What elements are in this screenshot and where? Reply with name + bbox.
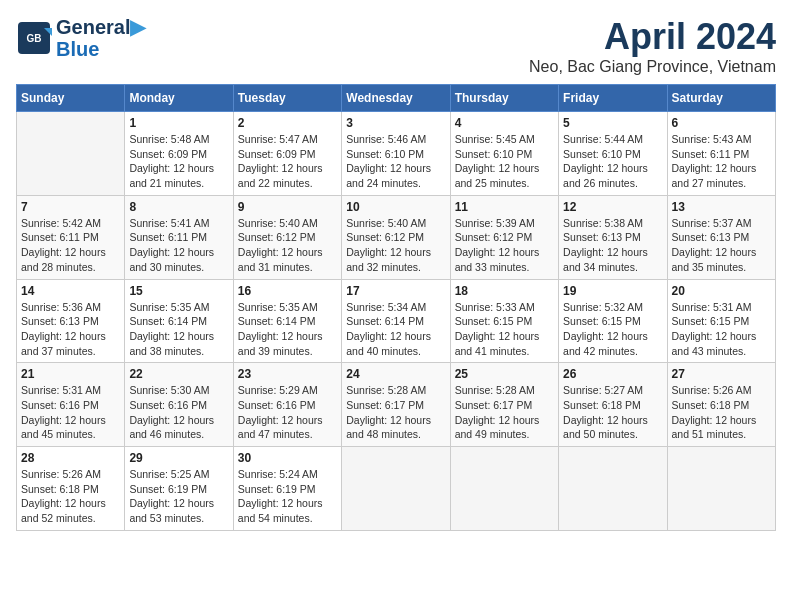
day-info: Sunrise: 5:43 AMSunset: 6:11 PMDaylight:…: [672, 132, 771, 191]
calendar-table: SundayMondayTuesdayWednesdayThursdayFrid…: [16, 84, 776, 531]
day-info: Sunrise: 5:28 AMSunset: 6:17 PMDaylight:…: [455, 383, 554, 442]
calendar-cell: 3Sunrise: 5:46 AMSunset: 6:10 PMDaylight…: [342, 112, 450, 196]
day-number: 19: [563, 284, 662, 298]
day-info: Sunrise: 5:33 AMSunset: 6:15 PMDaylight:…: [455, 300, 554, 359]
weekday-header-friday: Friday: [559, 85, 667, 112]
calendar-cell: 18Sunrise: 5:33 AMSunset: 6:15 PMDayligh…: [450, 279, 558, 363]
day-info: Sunrise: 5:31 AMSunset: 6:16 PMDaylight:…: [21, 383, 120, 442]
calendar-cell: 15Sunrise: 5:35 AMSunset: 6:14 PMDayligh…: [125, 279, 233, 363]
logo: GB General▶ Blue: [16, 16, 145, 60]
day-number: 4: [455, 116, 554, 130]
day-info: Sunrise: 5:41 AMSunset: 6:11 PMDaylight:…: [129, 216, 228, 275]
day-number: 5: [563, 116, 662, 130]
day-info: Sunrise: 5:40 AMSunset: 6:12 PMDaylight:…: [346, 216, 445, 275]
calendar-cell: 26Sunrise: 5:27 AMSunset: 6:18 PMDayligh…: [559, 363, 667, 447]
day-number: 29: [129, 451, 228, 465]
day-info: Sunrise: 5:35 AMSunset: 6:14 PMDaylight:…: [238, 300, 337, 359]
title-block: April 2024 Neo, Bac Giang Province, Viet…: [529, 16, 776, 76]
day-info: Sunrise: 5:27 AMSunset: 6:18 PMDaylight:…: [563, 383, 662, 442]
day-info: Sunrise: 5:44 AMSunset: 6:10 PMDaylight:…: [563, 132, 662, 191]
calendar-week-2: 7Sunrise: 5:42 AMSunset: 6:11 PMDaylight…: [17, 195, 776, 279]
day-number: 3: [346, 116, 445, 130]
calendar-cell: 14Sunrise: 5:36 AMSunset: 6:13 PMDayligh…: [17, 279, 125, 363]
calendar-cell: 23Sunrise: 5:29 AMSunset: 6:16 PMDayligh…: [233, 363, 341, 447]
day-info: Sunrise: 5:26 AMSunset: 6:18 PMDaylight:…: [672, 383, 771, 442]
day-info: Sunrise: 5:42 AMSunset: 6:11 PMDaylight:…: [21, 216, 120, 275]
weekday-header-sunday: Sunday: [17, 85, 125, 112]
day-info: Sunrise: 5:26 AMSunset: 6:18 PMDaylight:…: [21, 467, 120, 526]
svg-text:GB: GB: [27, 33, 42, 44]
day-info: Sunrise: 5:32 AMSunset: 6:15 PMDaylight:…: [563, 300, 662, 359]
calendar-cell: 19Sunrise: 5:32 AMSunset: 6:15 PMDayligh…: [559, 279, 667, 363]
day-info: Sunrise: 5:36 AMSunset: 6:13 PMDaylight:…: [21, 300, 120, 359]
calendar-cell: 21Sunrise: 5:31 AMSunset: 6:16 PMDayligh…: [17, 363, 125, 447]
calendar-cell: 13Sunrise: 5:37 AMSunset: 6:13 PMDayligh…: [667, 195, 775, 279]
calendar-cell: 11Sunrise: 5:39 AMSunset: 6:12 PMDayligh…: [450, 195, 558, 279]
day-number: 1: [129, 116, 228, 130]
weekday-header-tuesday: Tuesday: [233, 85, 341, 112]
calendar-cell: 6Sunrise: 5:43 AMSunset: 6:11 PMDaylight…: [667, 112, 775, 196]
logo-icon: GB: [16, 20, 52, 56]
day-number: 12: [563, 200, 662, 214]
day-number: 15: [129, 284, 228, 298]
day-number: 17: [346, 284, 445, 298]
day-number: 22: [129, 367, 228, 381]
calendar-cell: [17, 112, 125, 196]
calendar-cell: [450, 447, 558, 531]
calendar-week-4: 21Sunrise: 5:31 AMSunset: 6:16 PMDayligh…: [17, 363, 776, 447]
calendar-cell: 20Sunrise: 5:31 AMSunset: 6:15 PMDayligh…: [667, 279, 775, 363]
day-info: Sunrise: 5:24 AMSunset: 6:19 PMDaylight:…: [238, 467, 337, 526]
day-number: 20: [672, 284, 771, 298]
day-number: 11: [455, 200, 554, 214]
calendar-cell: 1Sunrise: 5:48 AMSunset: 6:09 PMDaylight…: [125, 112, 233, 196]
calendar-cell: 9Sunrise: 5:40 AMSunset: 6:12 PMDaylight…: [233, 195, 341, 279]
day-number: 9: [238, 200, 337, 214]
day-info: Sunrise: 5:30 AMSunset: 6:16 PMDaylight:…: [129, 383, 228, 442]
calendar-cell: 2Sunrise: 5:47 AMSunset: 6:09 PMDaylight…: [233, 112, 341, 196]
calendar-week-3: 14Sunrise: 5:36 AMSunset: 6:13 PMDayligh…: [17, 279, 776, 363]
calendar-cell: 12Sunrise: 5:38 AMSunset: 6:13 PMDayligh…: [559, 195, 667, 279]
day-info: Sunrise: 5:48 AMSunset: 6:09 PMDaylight:…: [129, 132, 228, 191]
location-title: Neo, Bac Giang Province, Vietnam: [529, 58, 776, 76]
day-number: 6: [672, 116, 771, 130]
calendar-cell: 22Sunrise: 5:30 AMSunset: 6:16 PMDayligh…: [125, 363, 233, 447]
weekday-header-monday: Monday: [125, 85, 233, 112]
day-info: Sunrise: 5:40 AMSunset: 6:12 PMDaylight:…: [238, 216, 337, 275]
day-number: 23: [238, 367, 337, 381]
day-info: Sunrise: 5:29 AMSunset: 6:16 PMDaylight:…: [238, 383, 337, 442]
calendar-cell: 30Sunrise: 5:24 AMSunset: 6:19 PMDayligh…: [233, 447, 341, 531]
day-number: 18: [455, 284, 554, 298]
day-number: 2: [238, 116, 337, 130]
calendar-cell: 16Sunrise: 5:35 AMSunset: 6:14 PMDayligh…: [233, 279, 341, 363]
month-title: April 2024: [529, 16, 776, 58]
day-info: Sunrise: 5:34 AMSunset: 6:14 PMDaylight:…: [346, 300, 445, 359]
day-number: 16: [238, 284, 337, 298]
day-number: 10: [346, 200, 445, 214]
day-number: 27: [672, 367, 771, 381]
day-info: Sunrise: 5:46 AMSunset: 6:10 PMDaylight:…: [346, 132, 445, 191]
day-info: Sunrise: 5:37 AMSunset: 6:13 PMDaylight:…: [672, 216, 771, 275]
calendar-cell: 24Sunrise: 5:28 AMSunset: 6:17 PMDayligh…: [342, 363, 450, 447]
day-info: Sunrise: 5:38 AMSunset: 6:13 PMDaylight:…: [563, 216, 662, 275]
day-number: 13: [672, 200, 771, 214]
day-number: 25: [455, 367, 554, 381]
calendar-cell: 7Sunrise: 5:42 AMSunset: 6:11 PMDaylight…: [17, 195, 125, 279]
calendar-cell: 17Sunrise: 5:34 AMSunset: 6:14 PMDayligh…: [342, 279, 450, 363]
calendar-cell: [667, 447, 775, 531]
calendar-cell: 28Sunrise: 5:26 AMSunset: 6:18 PMDayligh…: [17, 447, 125, 531]
calendar-cell: [342, 447, 450, 531]
weekday-header-saturday: Saturday: [667, 85, 775, 112]
calendar-cell: 8Sunrise: 5:41 AMSunset: 6:11 PMDaylight…: [125, 195, 233, 279]
day-info: Sunrise: 5:47 AMSunset: 6:09 PMDaylight:…: [238, 132, 337, 191]
day-number: 26: [563, 367, 662, 381]
day-info: Sunrise: 5:45 AMSunset: 6:10 PMDaylight:…: [455, 132, 554, 191]
day-number: 21: [21, 367, 120, 381]
day-number: 14: [21, 284, 120, 298]
logo-line2: Blue: [56, 38, 145, 60]
page-header: GB General▶ Blue April 2024 Neo, Bac Gia…: [16, 16, 776, 76]
day-info: Sunrise: 5:28 AMSunset: 6:17 PMDaylight:…: [346, 383, 445, 442]
calendar-week-5: 28Sunrise: 5:26 AMSunset: 6:18 PMDayligh…: [17, 447, 776, 531]
day-info: Sunrise: 5:35 AMSunset: 6:14 PMDaylight:…: [129, 300, 228, 359]
calendar-cell: 29Sunrise: 5:25 AMSunset: 6:19 PMDayligh…: [125, 447, 233, 531]
weekday-header-wednesday: Wednesday: [342, 85, 450, 112]
